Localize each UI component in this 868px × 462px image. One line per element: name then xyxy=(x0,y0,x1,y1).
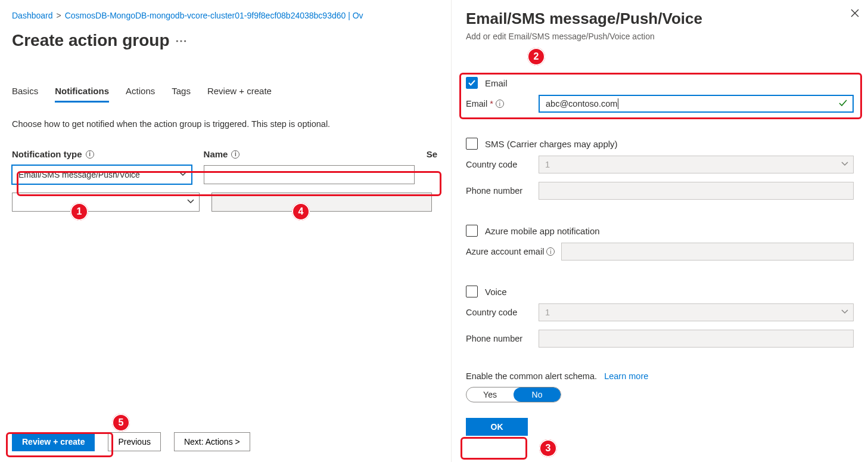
chevron-down-icon xyxy=(841,160,848,169)
breadcrumb-resource-link[interactable]: CosmosDB-MongoDB-mongodb-vcore-cluster01… xyxy=(65,11,363,20)
col-header-name: Name i xyxy=(204,149,415,159)
valid-check-icon xyxy=(838,98,848,110)
text-cursor xyxy=(618,98,618,109)
tab-notifications[interactable]: Notifications xyxy=(55,86,109,103)
name-input-row2 xyxy=(211,193,432,212)
sms-country-code-select: 1 xyxy=(539,156,854,173)
sms-checkbox-label: SMS (Carrier charges may apply) xyxy=(485,139,618,149)
notification-type-select-row1[interactable]: Email/SMS message/Push/Voice xyxy=(12,165,192,184)
ok-button[interactable]: OK xyxy=(466,418,528,436)
side-panel: Email/SMS message/Push/Voice Add or edit… xyxy=(451,0,868,462)
panel-title: Email/SMS message/Push/Voice xyxy=(466,10,854,28)
notification-type-select-row2[interactable] xyxy=(12,193,200,212)
toggle-no[interactable]: No xyxy=(514,387,561,402)
azure-email-label: Azure account email i xyxy=(466,247,555,256)
email-input[interactable]: abc@contoso.com xyxy=(539,95,854,113)
sms-section: SMS (Carrier charges may apply) Country … xyxy=(466,138,854,200)
azure-app-checkbox[interactable] xyxy=(466,225,478,237)
email-section: Email Email * i abc@contoso.com xyxy=(466,77,854,113)
info-icon[interactable]: i xyxy=(231,150,239,159)
chevron-down-icon xyxy=(187,197,194,207)
page-title: Create action group ⋯ xyxy=(12,31,438,50)
sms-country-code-label: Country code xyxy=(466,160,533,169)
azure-email-input xyxy=(561,243,854,261)
chevron-down-icon xyxy=(179,170,186,179)
close-icon[interactable] xyxy=(850,8,860,20)
wizard-footer: Review + create Previous Next: Actions > xyxy=(12,432,250,451)
tab-tags[interactable]: Tags xyxy=(172,86,191,103)
review-create-button[interactable]: Review + create xyxy=(12,432,95,451)
voice-phone-input xyxy=(539,330,854,348)
voice-checkbox-label: Voice xyxy=(485,287,507,297)
chevron-down-icon xyxy=(841,308,848,317)
sms-checkbox[interactable] xyxy=(466,138,478,150)
name-input-row1[interactable] xyxy=(204,165,415,184)
voice-country-code-label: Country code xyxy=(466,308,533,317)
breadcrumb-separator: > xyxy=(57,11,61,20)
voice-section: Voice Country code 1 Phone number xyxy=(466,286,854,348)
email-checkbox-label: Email xyxy=(485,78,508,88)
breadcrumb: Dashboard > CosmosDB-MongoDB-mongodb-vco… xyxy=(12,11,438,20)
common-schema-toggle[interactable]: Yes No xyxy=(466,387,561,402)
voice-phone-label: Phone number xyxy=(466,334,533,343)
tab-actions[interactable]: Actions xyxy=(126,86,155,103)
tab-basics[interactable]: Basics xyxy=(12,86,38,103)
common-schema-line: Enable the common alert schema. Learn mo… xyxy=(466,371,854,381)
info-icon[interactable]: i xyxy=(86,150,94,159)
next-button[interactable]: Next: Actions > xyxy=(174,432,250,451)
info-icon[interactable]: i xyxy=(496,100,504,108)
toggle-yes[interactable]: Yes xyxy=(466,387,514,402)
col-header-selected: Se xyxy=(427,149,438,159)
grid-row-2 xyxy=(12,193,438,212)
breadcrumb-dashboard-link[interactable]: Dashboard xyxy=(12,11,53,20)
panel-subtitle: Add or edit Email/SMS message/Push/Voice… xyxy=(466,32,854,41)
azure-app-checkbox-label: Azure mobile app notification xyxy=(485,226,600,236)
grid-header-row: Notification type i Email/SMS message/Pu… xyxy=(12,149,438,184)
email-field-label: Email * i xyxy=(466,99,533,108)
tab-review[interactable]: Review + create xyxy=(207,86,272,103)
col-header-notification-type: Notification type i xyxy=(12,149,192,159)
page-menu-ellipsis[interactable]: ⋯ xyxy=(175,33,187,48)
tabs: Basics Notifications Actions Tags Review… xyxy=(12,86,438,103)
email-checkbox[interactable] xyxy=(466,77,478,89)
learn-more-link[interactable]: Learn more xyxy=(604,371,648,381)
tab-description: Choose how to get notified when the acti… xyxy=(12,119,438,129)
voice-checkbox[interactable] xyxy=(466,286,478,297)
main-area: Dashboard > CosmosDB-MongoDB-mongodb-vco… xyxy=(0,0,450,462)
sms-phone-input xyxy=(539,182,854,200)
azure-app-section: Azure mobile app notification Azure acco… xyxy=(466,225,854,261)
info-icon[interactable]: i xyxy=(546,247,555,256)
sms-phone-label: Phone number xyxy=(466,186,533,196)
previous-button[interactable]: Previous xyxy=(108,432,160,451)
required-asterisk: * xyxy=(490,99,493,108)
voice-country-code-select: 1 xyxy=(539,303,854,321)
